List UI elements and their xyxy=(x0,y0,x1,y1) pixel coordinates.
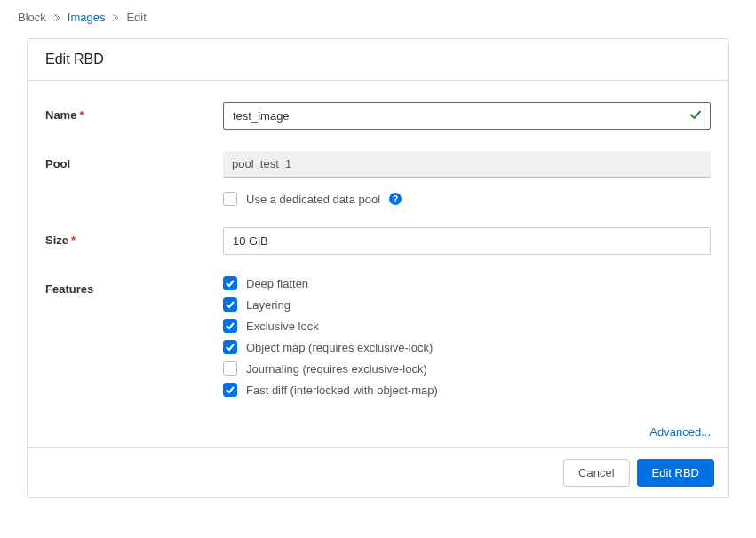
breadcrumb-images[interactable]: Images xyxy=(68,11,106,24)
dedicated-pool-label[interactable]: Use a dedicated data pool xyxy=(246,193,380,206)
feature-row: Layering xyxy=(223,297,711,312)
dedicated-pool-row: Use a dedicated data pool ? xyxy=(223,192,711,206)
feature-checkbox[interactable] xyxy=(223,340,237,354)
feature-label[interactable]: Exclusive lock xyxy=(246,320,319,333)
size-label-text: Size xyxy=(45,233,68,247)
check-icon xyxy=(689,108,702,123)
chevron-right-icon xyxy=(112,12,119,23)
chevron-right-icon xyxy=(53,12,60,23)
size-input[interactable] xyxy=(223,227,711,255)
feature-label[interactable]: Journaling (requires exclusive-lock) xyxy=(246,362,427,376)
breadcrumb: Block Images Edit xyxy=(18,11,738,24)
name-input-wrap xyxy=(223,102,711,130)
name-input[interactable] xyxy=(223,102,711,130)
size-label: Size* xyxy=(45,227,223,247)
submit-button[interactable]: Edit RBD xyxy=(637,459,714,487)
name-label: Name* xyxy=(45,102,223,122)
pool-input-wrap xyxy=(223,151,711,178)
features-label: Features xyxy=(45,276,223,296)
card-footer: Cancel Edit RBD xyxy=(28,447,728,497)
feature-label[interactable]: Fast diff (interlocked with object-map) xyxy=(246,384,438,397)
pool-label: Pool xyxy=(45,151,223,170)
name-label-text: Name xyxy=(45,108,76,122)
help-icon[interactable]: ? xyxy=(389,193,402,205)
feature-label[interactable]: Layering xyxy=(246,298,290,312)
required-asterisk: * xyxy=(79,108,84,122)
feature-row: Journaling (requires exclusive-lock) xyxy=(223,361,711,376)
pool-input xyxy=(223,151,711,178)
card-title: Edit RBD xyxy=(28,39,728,81)
feature-checkbox[interactable] xyxy=(223,297,237,312)
feature-checkbox[interactable] xyxy=(223,361,237,376)
size-row: Size* xyxy=(45,227,711,255)
cancel-button[interactable]: Cancel xyxy=(563,459,629,487)
advanced-link[interactable]: Advanced... xyxy=(649,425,711,439)
feature-row: Exclusive lock xyxy=(223,319,711,333)
feature-row: Deep flatten xyxy=(223,276,711,290)
feature-row: Fast diff (interlocked with object-map) xyxy=(223,383,711,397)
feature-row: Object map (requires exclusive-lock) xyxy=(223,340,711,354)
required-asterisk: * xyxy=(71,233,76,247)
dedicated-pool-checkbox[interactable] xyxy=(223,192,237,206)
pool-row: Pool xyxy=(45,151,711,178)
name-row: Name* xyxy=(45,102,711,130)
feature-label[interactable]: Deep flatten xyxy=(246,277,308,290)
features-list: Deep flattenLayeringExclusive lockObject… xyxy=(223,276,711,404)
size-input-wrap xyxy=(223,227,711,255)
breadcrumb-edit: Edit xyxy=(126,11,146,24)
features-row: Features Deep flattenLayeringExclusive l… xyxy=(45,276,711,404)
breadcrumb-block: Block xyxy=(18,11,46,24)
feature-checkbox[interactable] xyxy=(223,319,237,333)
advanced-link-wrap: Advanced... xyxy=(45,425,711,439)
card-body: Name* Pool Use a dedicated data pool ? xyxy=(28,81,728,447)
feature-checkbox[interactable] xyxy=(223,383,237,397)
feature-checkbox[interactable] xyxy=(223,276,237,290)
feature-label[interactable]: Object map (requires exclusive-lock) xyxy=(246,341,433,354)
edit-rbd-card: Edit RBD Name* Pool Use a dedicated d xyxy=(27,38,729,498)
